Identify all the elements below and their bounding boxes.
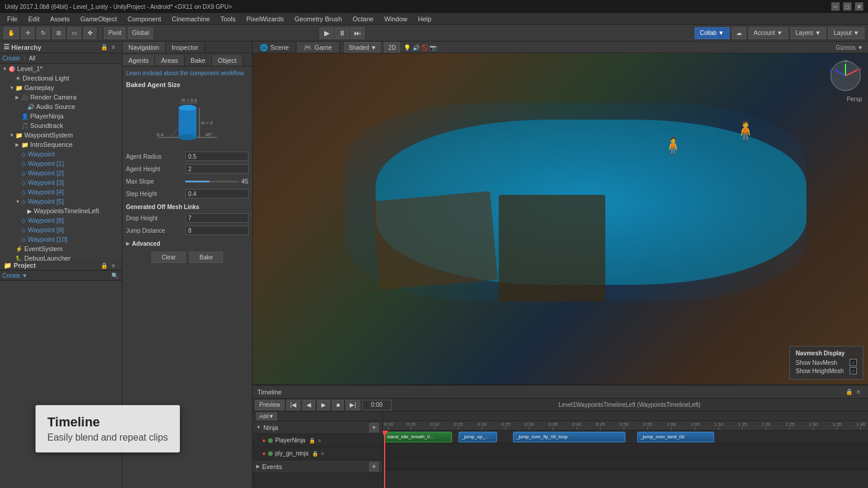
h-intro-seq[interactable]: ▶📁IntroSequence bbox=[0, 140, 122, 149]
tl-play[interactable]: ▶ bbox=[317, 400, 330, 410]
close-button[interactable]: ✕ bbox=[855, 2, 863, 11]
hierarchy-menu-icon[interactable]: ≡ bbox=[109, 43, 118, 52]
max-slope-slider[interactable] bbox=[185, 181, 239, 182]
learn-link[interactable]: Learn instead about the component workfl… bbox=[126, 70, 249, 76]
clip-jump-up[interactable]: _jump_up_... bbox=[459, 432, 497, 442]
combined-tool[interactable]: ✤ bbox=[83, 27, 96, 39]
menu-assets[interactable]: Assets bbox=[46, 14, 75, 24]
hand-tool[interactable]: ✋ bbox=[4, 27, 19, 39]
timeline-menu-icon[interactable]: ≡ bbox=[854, 387, 863, 397]
pause-button[interactable]: ⏸ bbox=[335, 27, 349, 39]
jump-distance-input[interactable] bbox=[185, 226, 249, 235]
add-button[interactable]: Add▼ bbox=[256, 412, 277, 420]
tl-time-input[interactable] bbox=[362, 400, 392, 410]
minimize-button[interactable]: ─ bbox=[831, 2, 840, 11]
scene-view[interactable]: 🧍 🧍 X Y Z Persp bbox=[253, 53, 868, 384]
scale-tool[interactable]: ⊞ bbox=[52, 27, 65, 39]
create-label[interactable]: Create bbox=[2, 55, 20, 62]
ninja-add-btn[interactable]: + bbox=[369, 423, 379, 432]
tl-stop[interactable]: ■ bbox=[332, 400, 344, 410]
rect-tool[interactable]: ▭ bbox=[67, 27, 81, 39]
rotate-tool[interactable]: ↻ bbox=[37, 27, 50, 39]
cloud-button[interactable]: ☁ bbox=[732, 27, 746, 39]
h-gameplay[interactable]: ▼📁Gameplay bbox=[0, 83, 122, 92]
h-audio-source[interactable]: 🔊Audio Source bbox=[0, 102, 122, 111]
menu-geometry[interactable]: Geometry Brush bbox=[290, 14, 347, 24]
events-add-btn[interactable]: + bbox=[369, 462, 379, 471]
drop-height-input[interactable] bbox=[185, 213, 249, 223]
menu-edit[interactable]: Edit bbox=[24, 14, 44, 24]
h-waypoint-0[interactable]: ◇Waypoint bbox=[0, 149, 122, 159]
h-directional-light[interactable]: ☀Directional Light bbox=[0, 73, 122, 83]
project-lock-icon[interactable]: 🔒 bbox=[99, 261, 109, 270]
tl-to-start[interactable]: |◀ bbox=[286, 400, 301, 410]
shaded-button[interactable]: Shaded ▼ bbox=[344, 42, 380, 53]
agent-radius-input[interactable] bbox=[185, 152, 249, 161]
scene-gizmo[interactable]: X Y Z bbox=[828, 58, 863, 94]
h-waypoints-timeline-left[interactable]: ▶WaypointsTimelineLeft bbox=[0, 206, 122, 216]
menu-octane[interactable]: Octane bbox=[348, 14, 378, 24]
preview-button[interactable]: Preview bbox=[255, 400, 285, 410]
pivot-button[interactable]: Pivot bbox=[104, 27, 125, 39]
timeline-lock-icon[interactable]: 🔒 bbox=[844, 387, 854, 397]
h-playerninja[interactable]: 👤PlayerNinja bbox=[0, 111, 122, 121]
h-eventsystem[interactable]: ⚡EventSystem bbox=[0, 244, 122, 253]
h-waypoint-5[interactable]: ▼◇Waypoint [5] bbox=[0, 197, 122, 206]
maximize-button[interactable]: □ bbox=[843, 2, 851, 11]
clear-button[interactable]: Clear bbox=[151, 252, 186, 263]
project-search-icon[interactable]: 🔍 bbox=[110, 271, 120, 280]
account-button[interactable]: Account ▼ bbox=[748, 27, 788, 39]
h-waypoint-8[interactable]: ◇Waypoint [8] bbox=[0, 216, 122, 225]
tab-agents[interactable]: Agents bbox=[122, 55, 155, 66]
tab-navigation[interactable]: Navigation bbox=[122, 42, 166, 53]
tab-object[interactable]: Object bbox=[212, 55, 243, 66]
menu-cinemachine[interactable]: Cinemachine bbox=[167, 14, 214, 24]
menu-component[interactable]: Component bbox=[122, 14, 166, 24]
h-soundtrack[interactable]: 🎵Soundtrack bbox=[0, 121, 122, 130]
h-waypoint-9[interactable]: ◇Waypoint [9] bbox=[0, 225, 122, 235]
h-waypoint-10[interactable]: ◇Waypoint [10] bbox=[0, 235, 122, 244]
menu-pixelwizards[interactable]: PixelWizards bbox=[241, 14, 289, 24]
tab-bake[interactable]: Bake bbox=[185, 55, 212, 66]
tab-scene[interactable]: 🌐 Scene bbox=[253, 42, 296, 53]
bake-button[interactable]: Bake bbox=[189, 252, 223, 263]
all-label[interactable]: All bbox=[29, 55, 36, 62]
tab-game[interactable]: 🎮 Game bbox=[296, 42, 340, 53]
menu-help[interactable]: Help bbox=[414, 14, 437, 24]
tab-areas[interactable]: Areas bbox=[155, 55, 185, 66]
h-render-camera[interactable]: ▶🎥Render Camera bbox=[0, 92, 122, 102]
h-waypoint-system[interactable]: ▼📁WaypointSystem bbox=[0, 130, 122, 140]
menu-gameobject[interactable]: GameObject bbox=[76, 14, 122, 24]
move-tool[interactable]: ✛ bbox=[21, 27, 34, 39]
2d-button[interactable]: 2D bbox=[384, 42, 400, 53]
step-button[interactable]: ⏭ bbox=[350, 27, 364, 39]
navmesh-checkbox[interactable] bbox=[850, 359, 857, 366]
menu-file[interactable]: File bbox=[2, 14, 22, 24]
step-height-input[interactable] bbox=[185, 189, 249, 198]
navmesh-title: Navmesh Display bbox=[796, 350, 857, 357]
heightmesh-checkbox[interactable] bbox=[850, 367, 857, 374]
h-waypoint-1[interactable]: ◇Waypoint [1] bbox=[0, 159, 122, 168]
play-button[interactable]: ▶ bbox=[320, 27, 334, 39]
tl-next[interactable]: ▶| bbox=[346, 400, 360, 410]
global-button[interactable]: Global bbox=[128, 27, 153, 39]
project-create-btn[interactable]: Create ▼ bbox=[2, 272, 28, 279]
h-waypoint-4[interactable]: ◇Waypoint [4] bbox=[0, 187, 122, 197]
layout-button[interactable]: Layout ▼ bbox=[828, 27, 864, 39]
h-waypoint-2[interactable]: ◇Waypoint [2] bbox=[0, 168, 122, 178]
h-level1[interactable]: ▼🎯Level_1* bbox=[0, 64, 122, 73]
layers-button[interactable]: Layers ▼ bbox=[790, 27, 827, 39]
project-menu-icon[interactable]: ≡ bbox=[109, 261, 118, 270]
menu-window[interactable]: Window bbox=[379, 14, 412, 24]
clip-jump-fly-loop[interactable]: _jump_over_fly_00_loop bbox=[513, 432, 625, 442]
h-waypoint-3[interactable]: ◇Waypoint [3] bbox=[0, 178, 122, 187]
hierarchy-lock-icon[interactable]: 🔒 bbox=[99, 43, 109, 52]
playhead[interactable] bbox=[384, 431, 385, 488]
agent-height-input[interactable] bbox=[185, 164, 249, 174]
clip-jump-land[interactable]: _jump_over_land_00 bbox=[637, 432, 714, 442]
clip-stand-idle[interactable]: stand_idle_breath_0... bbox=[384, 432, 452, 442]
tl-prev[interactable]: ◀ bbox=[302, 400, 315, 410]
collab-button[interactable]: Collab ▼ bbox=[695, 27, 730, 39]
menu-tools[interactable]: Tools bbox=[216, 14, 241, 24]
tab-inspector[interactable]: Inspector bbox=[166, 42, 205, 53]
